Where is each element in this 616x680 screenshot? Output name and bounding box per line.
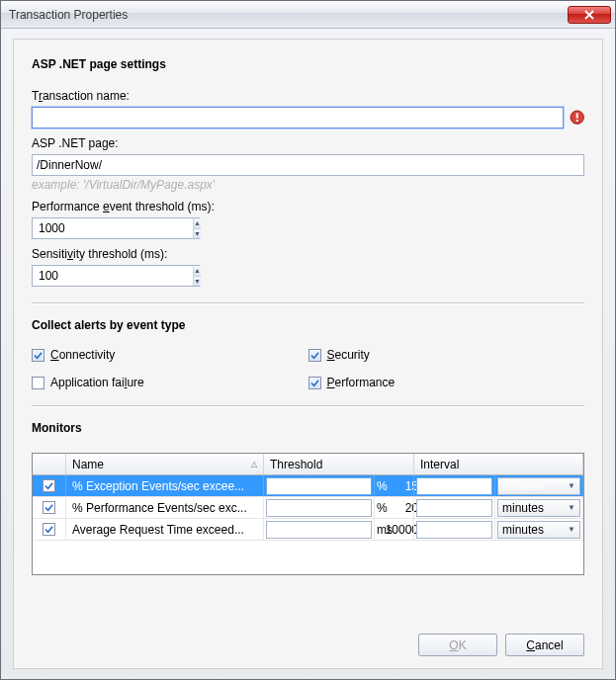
check-icon xyxy=(310,351,319,360)
cancel-button[interactable]: Cancel xyxy=(505,634,584,656)
sensitivity-spinner[interactable]: ▲▼ xyxy=(32,265,200,287)
check-icon xyxy=(44,481,53,490)
transaction-name-label: Transaction name: xyxy=(32,89,584,103)
threshold-spinner[interactable]: ▲▼ xyxy=(266,477,372,495)
svg-rect-1 xyxy=(575,113,577,118)
monitors-table: Name△ Threshold Interval % Exception Eve… xyxy=(32,453,584,575)
row-name: % Exception Events/sec excee... xyxy=(72,479,244,493)
security-checkbox[interactable] xyxy=(308,349,321,362)
table-row[interactable]: % Exception Events/sec excee...▲▼%▲▼minu… xyxy=(33,475,583,497)
perf-threshold-label: Performance event threshold (ms): xyxy=(32,200,584,213)
asp-page-hint: example: '/VirtualDir/MyPage.aspx' xyxy=(32,178,584,192)
transaction-name-input[interactable] xyxy=(32,107,564,128)
col-name[interactable]: Name△ xyxy=(66,454,264,474)
interval-unit-dropdown[interactable]: minutes▼ xyxy=(497,521,580,539)
connectivity-checkbox[interactable] xyxy=(32,349,44,362)
chevron-down-icon: ▼ xyxy=(568,481,575,490)
row-name: % Performance Events/sec exc... xyxy=(72,501,247,515)
threshold-unit: ms xyxy=(375,519,414,540)
dialog-button-row: OK Cancel xyxy=(32,624,584,656)
ok-button[interactable]: OK xyxy=(418,634,497,656)
col-checkbox[interactable] xyxy=(33,454,66,474)
performance-label: Performance xyxy=(327,376,396,389)
close-button[interactable] xyxy=(568,6,611,24)
content-panel: ASP .NET page settings Transaction name:… xyxy=(13,39,603,669)
col-threshold[interactable]: Threshold xyxy=(264,454,414,474)
divider xyxy=(32,405,584,407)
security-label: Security xyxy=(327,348,370,362)
alerts-checkbox-group: Connectivity Security Application failur… xyxy=(32,348,584,389)
chevron-down-icon: ▼ xyxy=(568,503,575,512)
row-checkbox[interactable] xyxy=(43,501,55,514)
interval-unit-dropdown[interactable]: minutes▼ xyxy=(497,499,580,517)
check-icon xyxy=(44,525,53,534)
interval-unit-dropdown[interactable]: minutes▼ xyxy=(497,477,580,495)
spin-down-icon[interactable]: ▼ xyxy=(194,229,201,239)
interval-unit-value: minutes xyxy=(502,501,544,515)
alerts-heading: Collect alerts by event type xyxy=(32,318,584,332)
check-icon xyxy=(310,379,319,387)
table-row[interactable]: Average Request Time exceed...▲▼ms▲▼minu… xyxy=(33,519,583,541)
interval-spinner[interactable]: ▲▼ xyxy=(416,521,492,539)
check-icon xyxy=(34,351,43,360)
sensitivity-label: Sensitivity threshold (ms): xyxy=(32,247,584,261)
monitors-empty-area xyxy=(33,541,583,574)
app-failure-label: Application failure xyxy=(50,376,144,389)
spin-down-icon[interactable]: ▼ xyxy=(194,277,201,287)
spin-up-icon[interactable]: ▲ xyxy=(194,218,201,229)
svg-rect-2 xyxy=(575,120,577,122)
threshold-spinner[interactable]: ▲▼ xyxy=(266,521,372,539)
interval-spinner[interactable]: ▲▼ xyxy=(416,477,492,495)
window-title: Transaction Properties xyxy=(9,8,568,22)
spin-up-icon[interactable]: ▲ xyxy=(194,266,201,277)
interval-spinner[interactable]: ▲▼ xyxy=(416,499,492,517)
connectivity-label: Connectivity xyxy=(50,348,115,362)
asp-page-label: ASP .NET page: xyxy=(32,136,584,150)
threshold-unit: % xyxy=(375,497,414,518)
row-checkbox[interactable] xyxy=(43,523,55,536)
perf-threshold-input[interactable] xyxy=(33,218,193,238)
interval-unit-value: minutes xyxy=(502,523,544,537)
titlebar: Transaction Properties xyxy=(1,1,615,29)
app-failure-checkbox[interactable] xyxy=(32,377,44,389)
row-name: Average Request Time exceed... xyxy=(72,523,244,537)
interval-unit-value: minutes xyxy=(502,479,544,493)
sort-asc-icon: △ xyxy=(251,460,257,468)
col-interval[interactable]: Interval xyxy=(414,454,583,474)
monitors-header-row: Name△ Threshold Interval xyxy=(33,454,583,475)
monitors-heading: Monitors xyxy=(32,421,584,435)
error-icon xyxy=(570,110,584,126)
client-area: ASP .NET page settings Transaction name:… xyxy=(1,29,615,679)
dialog-window: Transaction Properties ASP .NET page set… xyxy=(0,0,616,680)
threshold-unit: % xyxy=(375,475,414,496)
asp-settings-heading: ASP .NET page settings xyxy=(32,57,584,71)
asp-page-input[interactable] xyxy=(32,154,584,176)
monitors-body: % Exception Events/sec excee...▲▼%▲▼minu… xyxy=(33,475,583,541)
chevron-down-icon: ▼ xyxy=(568,525,575,534)
threshold-spinner[interactable]: ▲▼ xyxy=(266,499,372,517)
performance-checkbox[interactable] xyxy=(308,377,321,389)
table-row[interactable]: % Performance Events/sec exc...▲▼%▲▼minu… xyxy=(33,497,583,519)
divider xyxy=(32,302,584,304)
check-icon xyxy=(44,503,53,512)
close-icon xyxy=(584,10,594,20)
row-checkbox[interactable] xyxy=(43,479,55,492)
sensitivity-input[interactable] xyxy=(33,266,193,286)
perf-threshold-spinner[interactable]: ▲▼ xyxy=(32,217,200,239)
